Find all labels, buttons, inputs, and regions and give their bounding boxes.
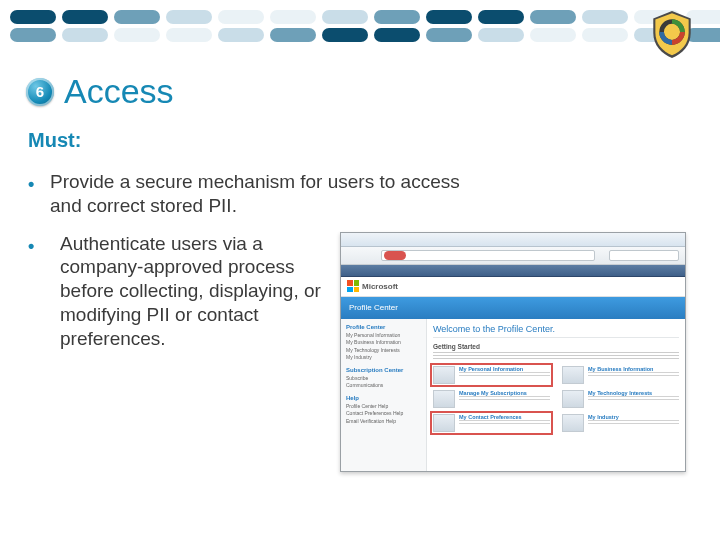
slide-title-row: 6 Access: [0, 54, 720, 115]
page-header-bar: Profile Center: [341, 297, 685, 319]
bullet-text: Provide a secure mechanism for users to …: [50, 170, 480, 218]
page-title: Access: [64, 72, 174, 111]
shield-icon: [646, 4, 698, 64]
bullet-dot-icon: •: [28, 232, 42, 258]
section-subhead: Must:: [0, 115, 720, 152]
tile-highlighted: My Contact Preferences: [433, 414, 550, 432]
embedded-screenshot: Microsoft Profile Center Profile Center …: [340, 232, 686, 472]
step-number-badge: 6: [26, 78, 54, 106]
tile-highlighted: My Personal Information: [433, 366, 550, 384]
bullet-dot-icon: •: [28, 170, 42, 218]
microsoft-logo-icon: [347, 280, 359, 292]
bullet-item: • Provide a secure mechanism for users t…: [28, 170, 694, 218]
url-highlight-badge: [384, 251, 406, 260]
bullet-text: Authenticate users via a company-approve…: [60, 232, 330, 351]
decorative-header-band: [0, 0, 720, 54]
brand-text: Microsoft: [362, 282, 398, 291]
screenshot-welcome: Welcome to the Profile Center.: [433, 324, 679, 334]
bullet-item: • Authenticate users via a company-appro…: [28, 232, 694, 472]
screenshot-sidebar: Profile Center My Personal Information M…: [341, 319, 427, 471]
